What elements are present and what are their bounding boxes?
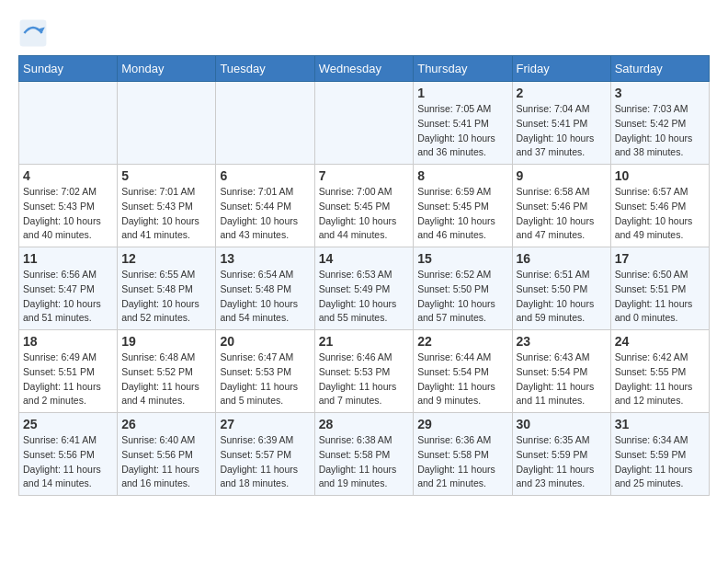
sunrise-time: Sunrise: 6:35 AM — [517, 434, 590, 445]
sunset-time: Sunset: 5:52 PM — [121, 366, 193, 377]
day-info: Sunrise: 6:43 AMSunset: 5:54 PMDaylight:… — [517, 350, 607, 408]
day-number: 18 — [23, 334, 113, 349]
day-number: 8 — [417, 168, 507, 183]
calendar-cell-3-1: 11Sunrise: 6:56 AMSunset: 5:47 PMDayligh… — [19, 247, 118, 330]
daylight-hours: Daylight: 11 hours and 5 minutes. — [220, 381, 298, 407]
calendar-cell-3-2: 12Sunrise: 6:55 AMSunset: 5:48 PMDayligh… — [118, 247, 216, 330]
sunrise-time: Sunrise: 7:01 AM — [121, 186, 195, 197]
day-number: 19 — [121, 334, 211, 349]
logo — [18, 18, 51, 48]
daylight-hours: Daylight: 11 hours and 23 minutes. — [517, 464, 595, 489]
sunset-time: Sunset: 5:53 PM — [220, 366, 291, 377]
sunset-time: Sunset: 5:58 PM — [417, 449, 489, 460]
sunrise-time: Sunrise: 6:43 AM — [517, 351, 590, 362]
daylight-hours: Daylight: 10 hours and 38 minutes. — [615, 132, 693, 158]
day-info: Sunrise: 6:51 AMSunset: 5:50 PMDaylight:… — [517, 268, 607, 326]
calendar-row-1: 1Sunrise: 7:05 AMSunset: 5:41 PMDaylight… — [19, 82, 710, 165]
calendar-cell-1-4 — [314, 82, 414, 165]
day-number: 26 — [121, 417, 211, 431]
day-number: 22 — [417, 334, 507, 349]
sunrise-time: Sunrise: 6:36 AM — [417, 434, 491, 445]
sunset-time: Sunset: 5:46 PM — [517, 201, 588, 212]
day-number: 27 — [220, 417, 310, 431]
day-number: 12 — [121, 251, 211, 266]
calendar-cell-1-1 — [19, 82, 118, 165]
daylight-hours: Daylight: 10 hours and 41 minutes. — [121, 215, 199, 241]
daylight-hours: Daylight: 11 hours and 18 minutes. — [220, 464, 298, 489]
sunrise-time: Sunrise: 6:55 AM — [121, 269, 195, 280]
day-info: Sunrise: 6:40 AMSunset: 5:56 PMDaylight:… — [121, 433, 211, 491]
header-cell-tuesday: Tuesday — [216, 56, 314, 82]
day-info: Sunrise: 6:55 AMSunset: 5:48 PMDaylight:… — [121, 268, 211, 326]
day-number: 28 — [319, 417, 410, 431]
sunrise-time: Sunrise: 6:42 AM — [615, 351, 688, 362]
calendar-body: 1Sunrise: 7:05 AMSunset: 5:41 PMDaylight… — [19, 82, 710, 496]
day-info: Sunrise: 7:01 AMSunset: 5:44 PMDaylight:… — [220, 185, 310, 243]
sunrise-time: Sunrise: 6:39 AM — [220, 434, 293, 445]
sunset-time: Sunset: 5:51 PM — [615, 283, 687, 294]
page-header — [18, 18, 710, 48]
sunset-time: Sunset: 5:43 PM — [121, 201, 193, 212]
day-info: Sunrise: 6:34 AMSunset: 5:59 PMDaylight:… — [615, 433, 705, 491]
day-number: 4 — [23, 168, 113, 183]
sunset-time: Sunset: 5:45 PM — [417, 201, 489, 212]
sunrise-time: Sunrise: 6:34 AM — [615, 434, 688, 445]
daylight-hours: Daylight: 11 hours and 4 minutes. — [121, 381, 199, 407]
calendar-cell-2-6: 9Sunrise: 6:58 AMSunset: 5:46 PMDaylight… — [512, 165, 610, 247]
day-info: Sunrise: 6:59 AMSunset: 5:45 PMDaylight:… — [417, 185, 507, 243]
day-number: 6 — [220, 168, 310, 183]
sunset-time: Sunset: 5:42 PM — [615, 118, 687, 129]
day-info: Sunrise: 6:54 AMSunset: 5:48 PMDaylight:… — [220, 268, 310, 326]
day-info: Sunrise: 6:56 AMSunset: 5:47 PMDaylight:… — [23, 268, 113, 326]
sunset-time: Sunset: 5:48 PM — [220, 283, 291, 294]
daylight-hours: Daylight: 10 hours and 36 minutes. — [417, 132, 495, 158]
calendar-cell-1-6: 2Sunrise: 7:04 AMSunset: 5:41 PMDaylight… — [512, 82, 610, 165]
day-info: Sunrise: 6:50 AMSunset: 5:51 PMDaylight:… — [615, 268, 705, 326]
sunset-time: Sunset: 5:41 PM — [517, 118, 588, 129]
day-info: Sunrise: 6:41 AMSunset: 5:56 PMDaylight:… — [23, 433, 113, 491]
day-number: 5 — [121, 168, 211, 183]
sunset-time: Sunset: 5:56 PM — [121, 449, 193, 460]
sunset-time: Sunset: 5:41 PM — [417, 118, 489, 129]
day-number: 16 — [517, 251, 607, 266]
calendar-cell-5-7: 31Sunrise: 6:34 AMSunset: 5:59 PMDayligh… — [610, 413, 709, 496]
day-info: Sunrise: 6:36 AMSunset: 5:58 PMDaylight:… — [417, 433, 507, 491]
day-info: Sunrise: 6:46 AMSunset: 5:53 PMDaylight:… — [319, 350, 410, 408]
calendar-cell-4-1: 18Sunrise: 6:49 AMSunset: 5:51 PMDayligh… — [19, 330, 118, 413]
daylight-hours: Daylight: 10 hours and 52 minutes. — [121, 298, 199, 324]
daylight-hours: Daylight: 10 hours and 54 minutes. — [220, 298, 298, 324]
day-info: Sunrise: 7:02 AMSunset: 5:43 PMDaylight:… — [23, 185, 113, 243]
sunrise-time: Sunrise: 6:53 AM — [319, 269, 392, 280]
daylight-hours: Daylight: 11 hours and 0 minutes. — [615, 298, 693, 324]
sunset-time: Sunset: 5:45 PM — [319, 201, 391, 212]
day-number: 10 — [615, 168, 705, 183]
header-cell-thursday: Thursday — [414, 56, 512, 82]
header-row: SundayMondayTuesdayWednesdayThursdayFrid… — [19, 56, 710, 82]
day-number: 29 — [417, 417, 507, 431]
sunset-time: Sunset: 5:57 PM — [220, 449, 291, 460]
calendar-cell-4-7: 24Sunrise: 6:42 AMSunset: 5:55 PMDayligh… — [610, 330, 709, 413]
day-info: Sunrise: 6:48 AMSunset: 5:52 PMDaylight:… — [121, 350, 211, 408]
calendar-cell-3-7: 17Sunrise: 6:50 AMSunset: 5:51 PMDayligh… — [610, 247, 709, 330]
day-info: Sunrise: 6:39 AMSunset: 5:57 PMDaylight:… — [220, 433, 310, 491]
day-info: Sunrise: 6:47 AMSunset: 5:53 PMDaylight:… — [220, 350, 310, 408]
calendar-cell-2-2: 5Sunrise: 7:01 AMSunset: 5:43 PMDaylight… — [118, 165, 216, 247]
daylight-hours: Daylight: 11 hours and 16 minutes. — [121, 464, 199, 489]
day-number: 1 — [417, 86, 507, 100]
sunrise-time: Sunrise: 6:50 AM — [615, 269, 688, 280]
sunset-time: Sunset: 5:56 PM — [23, 449, 95, 460]
calendar-cell-2-4: 7Sunrise: 7:00 AMSunset: 5:45 PMDaylight… — [314, 165, 414, 247]
daylight-hours: Daylight: 10 hours and 47 minutes. — [517, 215, 595, 241]
sunrise-time: Sunrise: 6:51 AM — [517, 269, 590, 280]
sunrise-time: Sunrise: 6:40 AM — [121, 434, 195, 445]
calendar-cell-4-3: 20Sunrise: 6:47 AMSunset: 5:53 PMDayligh… — [216, 330, 314, 413]
daylight-hours: Daylight: 10 hours and 37 minutes. — [517, 132, 595, 158]
calendar-table: SundayMondayTuesdayWednesdayThursdayFrid… — [18, 55, 710, 496]
daylight-hours: Daylight: 10 hours and 43 minutes. — [220, 215, 298, 241]
calendar-cell-4-2: 19Sunrise: 6:48 AMSunset: 5:52 PMDayligh… — [118, 330, 216, 413]
daylight-hours: Daylight: 11 hours and 7 minutes. — [319, 381, 397, 407]
sunset-time: Sunset: 5:48 PM — [121, 283, 193, 294]
calendar-cell-5-5: 29Sunrise: 6:36 AMSunset: 5:58 PMDayligh… — [414, 413, 512, 496]
calendar-cell-5-1: 25Sunrise: 6:41 AMSunset: 5:56 PMDayligh… — [19, 413, 118, 496]
day-number: 23 — [517, 334, 607, 349]
